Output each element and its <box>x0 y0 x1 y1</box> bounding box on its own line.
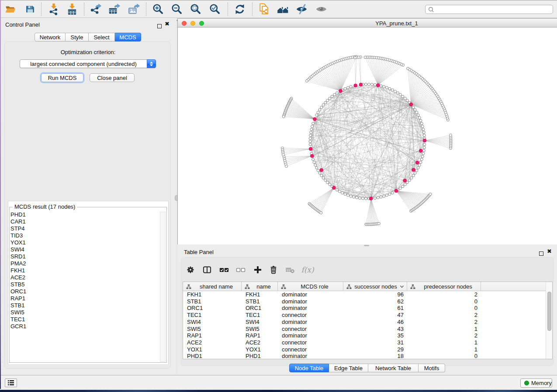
tab-edge-table[interactable]: Edge Table <box>329 364 368 372</box>
mcds-node-swi5[interactable]: SWI5 <box>10 309 26 316</box>
search-box <box>425 5 553 14</box>
float-panel-icon[interactable] <box>157 22 162 30</box>
close-panel-icon[interactable]: ✖ <box>165 22 170 26</box>
float-table-panel-icon[interactable] <box>539 250 543 258</box>
mcds-node-phd1[interactable]: PHD1 <box>10 211 26 218</box>
cell-name: STB1 <box>246 298 260 305</box>
column-header-MCDS-role[interactable]: MCDS role <box>278 282 343 291</box>
memory-button[interactable]: Memory <box>520 378 552 388</box>
cell-MCDS-role: dominator <box>282 298 307 305</box>
gear-icon[interactable] <box>184 263 197 276</box>
zoom-out-icon[interactable] <box>170 2 184 16</box>
memory-status-icon <box>524 381 529 385</box>
split-view-icon[interactable] <box>201 263 214 276</box>
mcds-node-ace2[interactable]: ACE2 <box>10 274 26 281</box>
table-row-rap1[interactable]: RAP1RAP1dominator352 <box>183 332 552 339</box>
select-all-icon[interactable] <box>218 263 231 276</box>
refresh-icon[interactable] <box>232 2 247 16</box>
horizontal-splitter-handle[interactable] <box>364 245 369 246</box>
toolbar-separator <box>228 3 228 16</box>
network-canvas[interactable] <box>178 28 557 244</box>
mcds-node-pma2[interactable]: PMA2 <box>10 260 26 267</box>
tab-network-table[interactable]: Network Table <box>368 364 419 372</box>
import-network-icon[interactable] <box>46 2 61 16</box>
column-header-successor-nodes[interactable]: successor nodes <box>343 282 407 291</box>
table-row-phd1[interactable]: PHD1PHD1dominator180 <box>183 353 552 359</box>
mcds-node-stb1[interactable]: STB1 <box>10 302 26 309</box>
table-row-fkh1[interactable]: FKH1FKH1dominator962 <box>183 291 552 298</box>
column-header-predecessor-nodes[interactable]: predecessor nodes <box>407 282 481 291</box>
column-type-icon <box>410 284 415 289</box>
show-panel-icon[interactable] <box>314 2 329 16</box>
mcds-list-scrollbar[interactable] <box>160 212 166 362</box>
network-overview-icon[interactable] <box>276 2 291 16</box>
delete-icon[interactable] <box>267 263 280 276</box>
cell-predecessor-nodes: 2 <box>407 291 477 298</box>
mcds-node-yox1[interactable]: YOX1 <box>10 239 26 246</box>
mcds-result-title: MCDS result (17 nodes) <box>13 203 77 210</box>
export-network-icon[interactable] <box>88 2 103 16</box>
save-session-icon[interactable] <box>23 2 38 16</box>
mcds-result-list[interactable]: PHD1CAR1STP4TID3YOX1SWI4SRD1PMA2FKH1ACE2… <box>10 211 26 330</box>
column-header-shared-name[interactable]: shared name <box>183 282 242 291</box>
run-mcds-button[interactable]: Run MCDS <box>41 73 83 82</box>
mcds-node-swi4[interactable]: SWI4 <box>10 246 26 253</box>
mcds-node-orc1[interactable]: ORC1 <box>10 288 26 295</box>
cell-shared-name: RAP1 <box>187 332 202 339</box>
mcds-node-stp4[interactable]: STP4 <box>10 225 26 232</box>
maximize-window-icon[interactable] <box>199 21 204 26</box>
show-panels-list-icon[interactable] <box>5 378 17 387</box>
criterion-dropdown[interactable]: largest connected component (undirected) <box>20 59 156 68</box>
function-builder-icon[interactable]: f(x) <box>301 263 314 276</box>
delete-table-icon[interactable] <box>284 263 297 276</box>
tab-node-table[interactable]: Node Table <box>289 364 329 372</box>
column-type-icon <box>281 284 286 289</box>
open-file-icon[interactable] <box>3 2 18 16</box>
mcds-node-tec1[interactable]: TEC1 <box>10 316 26 323</box>
tab-style[interactable]: Style <box>66 33 89 41</box>
add-column-icon[interactable] <box>251 263 264 276</box>
mcds-node-tid3[interactable]: TID3 <box>10 232 26 239</box>
mcds-node-fkh1[interactable]: FKH1 <box>10 267 26 274</box>
minimize-window-icon[interactable] <box>190 21 195 26</box>
export-table-icon[interactable] <box>107 2 121 16</box>
table-scrollbar[interactable] <box>546 282 552 359</box>
zoom-selected-icon[interactable] <box>208 2 222 16</box>
zoom-in-icon[interactable] <box>151 2 166 16</box>
zoom-fit-icon[interactable] <box>188 2 203 16</box>
table-row-ace2[interactable]: ACE2ACE2connector311 <box>183 339 552 346</box>
cell-name: FKH1 <box>246 291 260 298</box>
mcds-node-stb5[interactable]: STB5 <box>10 281 26 288</box>
tab-select[interactable]: Select <box>89 33 115 41</box>
table-row-orc1[interactable]: ORC1ORC1dominator610 <box>183 305 552 312</box>
table-row-swi5[interactable]: SWI5SWI5connector431 <box>183 326 552 333</box>
toolbar-separator <box>146 3 146 16</box>
close-panel-button[interactable]: Close panel <box>90 73 135 82</box>
table-row-yox1[interactable]: YOX1YOX1connector291 <box>183 346 552 353</box>
mcds-node-rap1[interactable]: RAP1 <box>10 295 26 302</box>
table-row-stb1[interactable]: STB1STB1dominator620 <box>183 298 552 305</box>
tab-motifs[interactable]: Motifs <box>419 364 445 372</box>
search-input[interactable] <box>435 7 553 13</box>
table-row-tec1[interactable]: TEC1TEC1connector472 <box>183 312 552 319</box>
deselect-all-icon[interactable] <box>234 263 247 276</box>
hide-panel-icon[interactable] <box>294 2 309 16</box>
clone-network-icon[interactable] <box>257 2 272 16</box>
mcds-node-srd1[interactable]: SRD1 <box>10 253 26 260</box>
table-scrollbar-thumb[interactable] <box>547 292 551 331</box>
tab-mcds[interactable]: MCDS <box>115 33 141 41</box>
column-header-name[interactable]: name <box>242 282 278 291</box>
dropdown-stepper-icon <box>147 59 156 68</box>
import-table-icon[interactable] <box>65 2 80 16</box>
mcds-node-gcr1[interactable]: GCR1 <box>10 323 26 330</box>
cell-successor-nodes: 46 <box>343 319 404 326</box>
cell-predecessor-nodes: 1 <box>407 339 477 346</box>
close-window-icon[interactable] <box>182 21 187 26</box>
cell-successor-nodes: 47 <box>343 312 404 319</box>
tab-network[interactable]: Network <box>35 33 66 41</box>
mcds-node-car1[interactable]: CAR1 <box>10 218 26 225</box>
table-row-swi4[interactable]: SWI4SWI4dominator462 <box>183 319 552 326</box>
export-image-icon[interactable] <box>126 2 141 16</box>
cell-MCDS-role: dominator <box>282 305 307 312</box>
close-table-panel-icon[interactable]: ✖ <box>547 249 552 254</box>
